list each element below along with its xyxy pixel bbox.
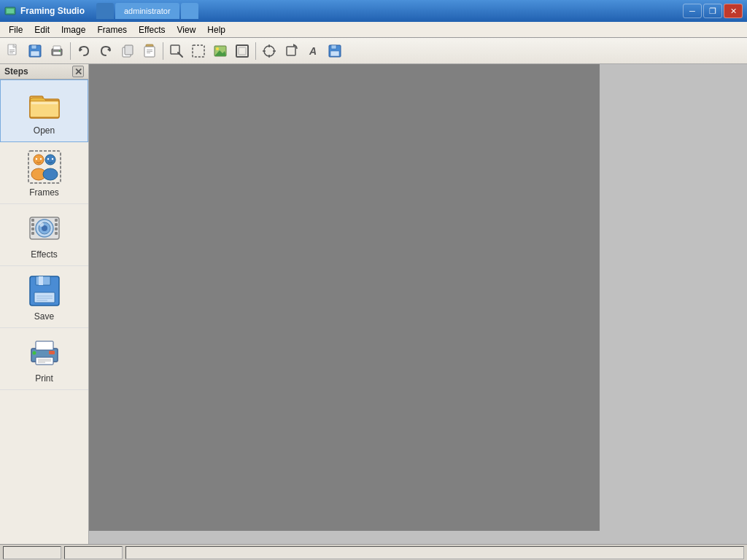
svg-rect-40 [330, 51, 339, 56]
save2-button[interactable] [325, 41, 345, 61]
minimize-button[interactable]: ─ [683, 4, 702, 18]
svg-rect-75 [36, 341, 53, 350]
status-3 [125, 546, 744, 559]
svg-rect-65 [55, 228, 58, 230]
title-tabs: administrator [96, 3, 198, 19]
svg-rect-77 [49, 351, 55, 354]
restore-button[interactable]: ❐ [703, 4, 722, 18]
select-button[interactable] [188, 41, 209, 61]
undo-button[interactable] [74, 41, 94, 61]
svg-point-27 [216, 47, 219, 50]
app-title: Framing Studio [20, 6, 85, 16]
svg-point-50 [43, 168, 58, 180]
svg-rect-70 [39, 276, 43, 285]
print-icon [27, 335, 62, 370]
menu-help[interactable]: Help [201, 23, 231, 36]
step-save-label: Save [34, 311, 54, 322]
menu-view[interactable]: View [171, 23, 202, 36]
svg-rect-4 [9, 50, 15, 50]
new-button[interactable] [3, 41, 23, 61]
svg-rect-59 [31, 219, 34, 222]
toolbar: A [0, 38, 747, 64]
save-toolbar-button[interactable] [25, 41, 45, 61]
zoom-button[interactable] [166, 41, 187, 61]
menu-effects[interactable]: Effects [133, 23, 171, 36]
sep-2 [163, 42, 163, 60]
status-2 [64, 546, 123, 559]
svg-rect-9 [31, 51, 39, 56]
svg-rect-22 [147, 52, 150, 53]
status-1 [3, 546, 61, 559]
menu-frames[interactable]: Frames [91, 23, 133, 36]
step-frames-label: Frames [29, 187, 59, 198]
step-save[interactable]: Save [0, 266, 88, 328]
title-bar: Framing Studio administrator ─ ❐ ✕ [0, 0, 747, 22]
step-print-label: Print [35, 373, 53, 384]
text-button[interactable]: A [303, 41, 323, 61]
paste-button[interactable] [139, 41, 160, 61]
canvas [89, 64, 600, 531]
svg-rect-6 [9, 52, 13, 53]
step-open[interactable]: Open [0, 79, 88, 142]
step-print[interactable]: Print [0, 328, 88, 390]
print-toolbar-button[interactable] [47, 41, 67, 61]
svg-rect-60 [31, 223, 34, 226]
canvas-area[interactable] [89, 64, 747, 544]
svg-point-13 [59, 50, 61, 52]
svg-rect-21 [147, 51, 152, 52]
app-icon [4, 5, 16, 17]
step-open-label: Open [34, 125, 55, 136]
svg-rect-17 [125, 45, 133, 55]
frames-icon [27, 149, 62, 184]
step-effects-label: Effects [31, 249, 57, 260]
tab-1[interactable] [96, 3, 114, 19]
canvas-scroll[interactable] [89, 64, 747, 544]
window-controls: ─ ❐ ✕ [683, 4, 743, 18]
step-frames[interactable]: Frames [0, 142, 88, 204]
menu-file[interactable]: File [3, 23, 28, 36]
tab-3[interactable] [181, 3, 198, 19]
steps-title: Steps [4, 66, 28, 77]
copy-button[interactable] [117, 41, 138, 61]
crosshair-button[interactable] [259, 41, 279, 61]
svg-line-24 [178, 52, 182, 57]
svg-point-31 [264, 46, 274, 56]
svg-rect-44 [31, 102, 58, 104]
svg-rect-5 [9, 51, 15, 52]
svg-rect-62 [31, 232, 34, 235]
frame-button[interactable] [232, 41, 252, 61]
image-button[interactable] [210, 41, 231, 61]
effects-icon [27, 211, 62, 246]
svg-rect-66 [55, 232, 58, 235]
svg-rect-39 [331, 45, 336, 49]
close-button[interactable]: ✕ [724, 4, 743, 18]
svg-rect-36 [287, 47, 295, 55]
svg-rect-1 [7, 9, 14, 13]
svg-rect-8 [31, 45, 36, 49]
svg-rect-20 [147, 50, 152, 50]
svg-point-47 [35, 158, 36, 160]
svg-rect-64 [55, 223, 58, 226]
svg-rect-30 [239, 47, 246, 55]
status-bar [0, 544, 747, 560]
steps-header: Steps ✕ [0, 64, 88, 79]
open-icon [27, 88, 62, 122]
save-icon [27, 273, 62, 308]
menu-image[interactable]: Image [55, 23, 91, 36]
svg-rect-61 [31, 228, 34, 230]
steps-panel: Steps ✕ Open [0, 64, 89, 544]
svg-point-52 [51, 158, 53, 160]
menu-bar: File Edit Image Frames Effects View Help [0, 22, 747, 38]
svg-rect-63 [55, 219, 58, 222]
redo-button[interactable] [96, 41, 116, 61]
sep-3 [255, 42, 256, 60]
svg-point-58 [39, 222, 44, 227]
title-bar-left: Framing Studio administrator [4, 3, 198, 19]
svg-point-48 [39, 158, 41, 160]
tab-admin[interactable]: administrator [115, 3, 179, 19]
steps-close-button[interactable]: ✕ [72, 66, 84, 77]
svg-rect-68 [34, 292, 55, 303]
menu-edit[interactable]: Edit [28, 23, 55, 36]
rotate-button[interactable] [281, 41, 301, 61]
step-effects[interactable]: Effects [0, 204, 88, 266]
